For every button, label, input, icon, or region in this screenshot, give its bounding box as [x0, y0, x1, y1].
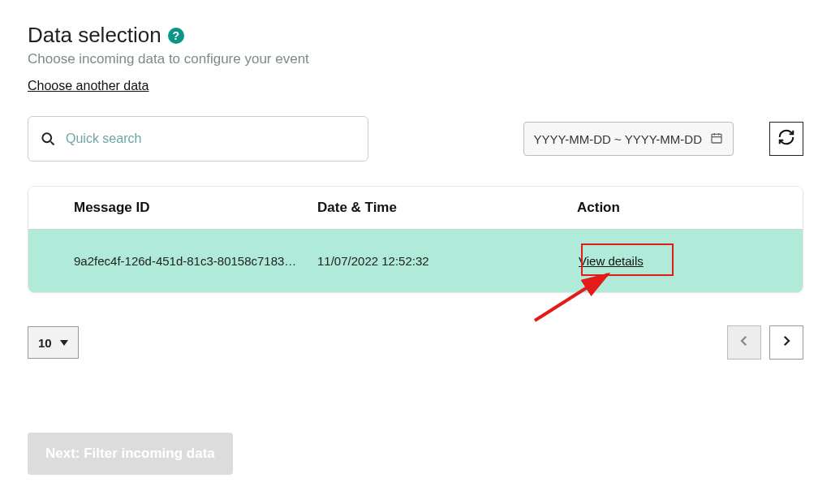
date-range-picker[interactable]: YYYY-MM-DD ~ YYYY-MM-DD: [523, 122, 734, 156]
page-size-select[interactable]: 10: [28, 326, 79, 359]
search-icon: [40, 131, 56, 147]
next-step-button: Next: Filter incoming data: [28, 433, 233, 475]
page-title: Data selection: [28, 23, 161, 48]
view-details-link[interactable]: View details: [577, 251, 645, 271]
data-table: Message ID Date & Time Action 9a2fec4f-1…: [28, 186, 803, 293]
svg-rect-2: [712, 134, 721, 143]
prev-page-button[interactable]: [727, 325, 761, 360]
refresh-icon: [777, 128, 795, 149]
page-subtitle: Choose incoming data to configure your e…: [28, 51, 803, 67]
cell-datetime: 11/07/2022 12:52:32: [317, 254, 577, 268]
chevron-left-icon: [737, 334, 751, 351]
cell-message-id: 9a2fec4f-126d-451d-81c3-80158c7183…: [74, 254, 317, 268]
refresh-button[interactable]: [769, 122, 803, 156]
col-header-datetime: Date & Time: [317, 200, 577, 216]
choose-another-data-link[interactable]: Choose another data: [28, 79, 149, 93]
col-header-message-id: Message ID: [74, 200, 317, 216]
search-input[interactable]: [66, 131, 356, 146]
search-box[interactable]: [28, 116, 368, 162]
chevron-right-icon: [779, 334, 794, 351]
col-header-action: Action: [577, 200, 803, 216]
svg-line-1: [50, 141, 54, 144]
table-row[interactable]: 9a2fec4f-126d-451d-81c3-80158c7183… 11/0…: [28, 229, 803, 292]
date-range-text: YYYY-MM-DD ~ YYYY-MM-DD: [534, 132, 702, 146]
svg-point-0: [42, 133, 51, 142]
page-size-value: 10: [38, 336, 52, 350]
next-page-button[interactable]: [769, 325, 803, 360]
table-header: Message ID Date & Time Action: [28, 187, 803, 229]
help-icon[interactable]: ?: [168, 28, 184, 44]
calendar-icon: [710, 131, 723, 147]
chevron-down-icon: [60, 340, 68, 346]
